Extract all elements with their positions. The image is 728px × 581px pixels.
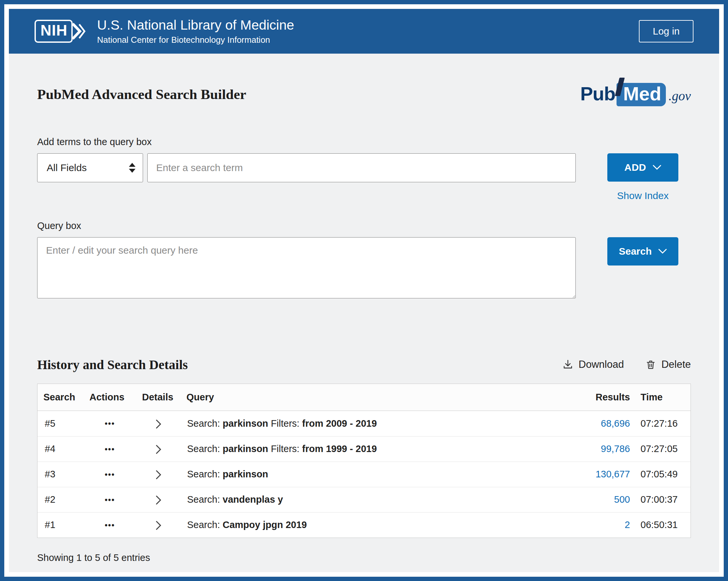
row-actions-menu[interactable]: ••• — [83, 470, 136, 479]
pubmed-logo-med: Med — [617, 83, 666, 106]
search-number: #4 — [37, 444, 83, 454]
col-header-details: Details — [136, 392, 181, 403]
results-count-link[interactable]: 99,786 — [601, 444, 630, 454]
time-cell: 07:27:05 — [634, 444, 691, 454]
add-controls: ADD Show Index — [607, 153, 678, 201]
query-box-label: Query box — [37, 221, 691, 231]
col-header-query: Query — [181, 392, 567, 403]
table-row: #2 ••• Search: vandenplas y 500 07:00:37 — [37, 487, 691, 512]
field-select-value: All Fields — [47, 162, 87, 173]
add-terms-label: Add terms to the query box — [37, 136, 691, 147]
main-content: PubMed Advanced Search Builder Pub Med .… — [9, 54, 719, 572]
col-header-search: Search — [37, 392, 83, 403]
search-number: #1 — [37, 520, 83, 530]
col-header-results: Results — [567, 392, 634, 403]
add-button[interactable]: ADD — [607, 153, 678, 182]
search-button[interactable]: Search — [607, 237, 678, 266]
query-box-section: Query box Search — [37, 221, 691, 298]
history-section: History and Search Details Download Dele… — [37, 357, 691, 563]
chevron-down-icon — [653, 165, 661, 170]
row-actions-menu[interactable]: ••• — [83, 521, 136, 530]
row-details-toggle[interactable] — [136, 469, 181, 480]
trash-icon — [646, 359, 656, 370]
page-title: PubMed Advanced Search Builder — [37, 86, 246, 102]
page-frame: NIH U.S. National Library of Medicine Na… — [0, 0, 728, 581]
download-icon — [562, 359, 573, 370]
chevron-right-icon — [156, 470, 161, 480]
time-cell: 07:00:37 — [634, 494, 691, 505]
row-actions-menu[interactable]: ••• — [83, 445, 136, 454]
history-actions: Download Delete — [562, 359, 691, 371]
col-header-actions: Actions — [83, 392, 136, 403]
chevron-right-icon — [156, 445, 161, 454]
query-text: Search: parkinson — [181, 469, 567, 480]
nlm-header: NIH U.S. National Library of Medicine Na… — [9, 9, 719, 54]
search-controls: Search — [607, 237, 678, 266]
delete-label: Delete — [661, 359, 691, 371]
row-details-toggle[interactable] — [136, 494, 181, 505]
search-number: #3 — [37, 469, 83, 480]
chevron-right-icon — [156, 419, 161, 429]
ncbi-subtitle: National Center for Biotechnology Inform… — [97, 35, 294, 45]
download-button[interactable]: Download — [562, 359, 624, 371]
search-number: #5 — [37, 418, 83, 429]
results-count-link[interactable]: 500 — [614, 494, 630, 505]
search-number: #2 — [37, 494, 83, 505]
results-count-link[interactable]: 2 — [625, 520, 630, 530]
row-details-toggle[interactable] — [136, 520, 181, 530]
term-entry-group: All Fields — [37, 153, 576, 182]
history-title: History and Search Details — [37, 357, 188, 373]
time-cell: 07:05:49 — [634, 469, 691, 480]
results-cell: 68,696 — [567, 418, 634, 429]
chevron-down-icon — [658, 249, 667, 254]
row-details-toggle[interactable] — [136, 418, 181, 429]
results-cell: 500 — [567, 494, 634, 505]
query-text: Search: Campoy jpgn 2019 — [181, 520, 567, 530]
results-cell: 130,677 — [567, 469, 634, 480]
add-terms-section: Add terms to the query box All Fields AD… — [37, 136, 691, 201]
query-row: Search — [37, 237, 691, 298]
field-select[interactable]: All Fields — [37, 153, 143, 182]
masthead: U.S. National Library of Medicine Nation… — [97, 18, 294, 45]
download-label: Download — [579, 359, 624, 371]
search-term-input[interactable] — [147, 153, 576, 182]
add-button-label: ADD — [624, 162, 646, 173]
history-header: History and Search Details Download Dele… — [37, 357, 691, 373]
chevron-right-icon — [156, 521, 161, 530]
pubmed-logo-gov: .gov — [669, 88, 691, 104]
nih-chevron-icon — [71, 21, 86, 42]
results-count-link[interactable]: 130,677 — [596, 469, 630, 479]
show-index-link[interactable]: Show Index — [607, 190, 678, 201]
table-row: #4 ••• Search: parkinson Filters: from 1… — [37, 436, 691, 461]
search-button-label: Search — [619, 246, 652, 257]
table-row: #1 ••• Search: Campoy jpgn 2019 2 06:50:… — [37, 512, 691, 537]
login-button[interactable]: Log in — [639, 20, 694, 43]
results-cell: 2 — [567, 520, 634, 530]
table-body: #5 ••• Search: parkinson Filters: from 2… — [37, 411, 691, 537]
col-header-time: Time — [634, 392, 691, 403]
history-table: Search Actions Details Query Results Tim… — [37, 384, 691, 538]
entries-summary: Showing 1 to 5 of 5 entries — [37, 552, 691, 563]
nlm-title: U.S. National Library of Medicine — [97, 18, 294, 33]
pubmed-logo[interactable]: Pub Med .gov — [580, 82, 691, 106]
table-header-row: Search Actions Details Query Results Tim… — [37, 384, 691, 411]
pubmed-logo-pub: Pub — [580, 82, 616, 105]
title-row: PubMed Advanced Search Builder Pub Med .… — [37, 82, 691, 106]
query-text: Search: vandenplas y — [181, 494, 567, 505]
time-cell: 07:27:16 — [634, 418, 691, 429]
chevron-right-icon — [156, 495, 161, 505]
nih-logo[interactable]: NIH — [34, 20, 86, 43]
delete-button[interactable]: Delete — [646, 359, 691, 371]
results-cell: 99,786 — [567, 444, 634, 454]
add-terms-row: All Fields ADD Show Index — [37, 153, 691, 201]
table-row: #5 ••• Search: parkinson Filters: from 2… — [37, 411, 691, 436]
results-count-link[interactable]: 68,696 — [601, 418, 630, 429]
time-cell: 06:50:31 — [634, 520, 691, 530]
row-details-toggle[interactable] — [136, 444, 181, 454]
row-actions-menu[interactable]: ••• — [83, 495, 136, 504]
nih-logo-text: NIH — [34, 20, 73, 43]
table-row: #3 ••• Search: parkinson 130,677 07:05:4… — [37, 461, 691, 487]
query-textarea[interactable] — [37, 237, 576, 298]
row-actions-menu[interactable]: ••• — [83, 419, 136, 428]
query-text: Search: parkinson Filters: from 1999 - 2… — [181, 444, 567, 454]
